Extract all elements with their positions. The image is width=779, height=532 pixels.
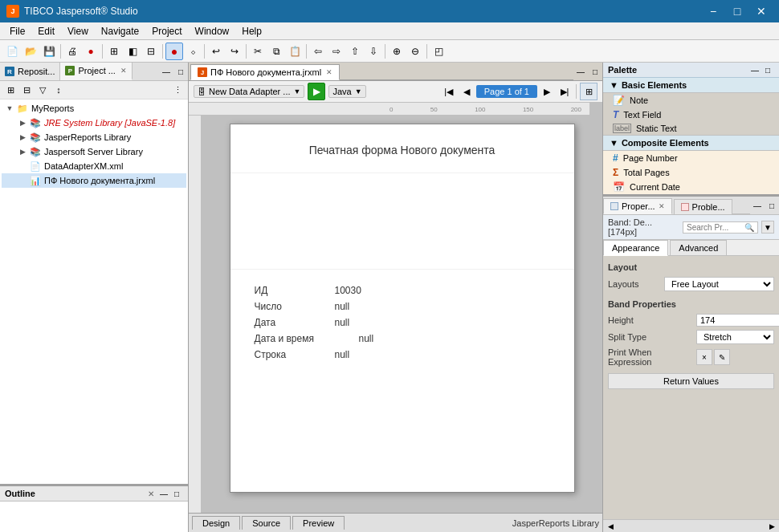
return-values-button[interactable]: Return Values — [608, 373, 774, 389]
menu-edit[interactable]: Edit — [31, 22, 61, 40]
search-input[interactable] — [687, 223, 743, 232]
basic-elements-header[interactable]: ▼ Basic Elements — [603, 78, 779, 93]
tab-preview[interactable]: Preview — [292, 516, 345, 530]
toolbar-btn6[interactable]: ● — [165, 43, 183, 60]
toolbar-btn10[interactable]: ⇧ — [346, 43, 364, 60]
menu-project[interactable]: Project — [145, 22, 188, 40]
page-next-btn[interactable]: ▶ — [539, 83, 555, 99]
panel-maximize-btn[interactable]: □ — [173, 63, 188, 80]
print-when-clear-btn[interactable]: × — [696, 349, 712, 365]
palette-current-date[interactable]: 📅 Current Date — [603, 180, 779, 194]
toolbar-btn12[interactable]: ⊕ — [388, 43, 406, 60]
palette-maximize-btn[interactable]: □ — [761, 64, 774, 75]
page-first-btn[interactable]: |◀ — [441, 83, 457, 99]
props-tab-close[interactable]: ✕ — [659, 202, 665, 210]
outline-maximize-btn[interactable]: □ — [170, 488, 183, 499]
tab-appearance[interactable]: Appearance — [603, 240, 668, 256]
props-tab-properties[interactable]: Proper... ✕ — [603, 198, 672, 214]
language-text: Java — [332, 87, 351, 96]
menu-help[interactable]: Help — [235, 22, 268, 40]
palette-text-field[interactable]: T Text Field — [603, 108, 779, 122]
tree-jre[interactable]: ▶ 📚 JRE System Library [JavaSE-1.8] — [2, 116, 186, 130]
outline-minimize-btn[interactable]: — — [157, 488, 170, 499]
tab-project[interactable]: P Project ... ✕ — [60, 63, 132, 80]
tree-jasper-server[interactable]: ▶ 📚 Jaspersoft Server Library — [2, 144, 186, 159]
tab-project-close[interactable]: ✕ — [120, 67, 127, 75]
tab-repository[interactable]: R Reposit... — [0, 63, 60, 80]
tree-data-adapter[interactable]: 📄 DataAdapterXM.xml — [2, 159, 186, 173]
band-info-row: Band: De... [174px] 🔍 ▼ — [603, 215, 779, 240]
panel-filter-btn[interactable]: ▽ — [35, 83, 50, 97]
scroll-left-btn[interactable]: ◀ — [605, 521, 616, 532]
editor-maximize-btn[interactable]: □ — [588, 63, 602, 79]
toolbar-save[interactable]: 💾 — [40, 43, 58, 60]
editor-minimize-btn[interactable]: — — [573, 63, 588, 79]
jasper-server-toggle[interactable]: ▶ — [16, 145, 29, 158]
jre-toggle[interactable]: ▶ — [16, 116, 29, 129]
toolbar-btn2[interactable]: ● — [82, 43, 100, 60]
props-tab-problems[interactable]: Proble... — [674, 199, 732, 214]
toolbar-undo[interactable]: ↩ — [207, 43, 225, 60]
toolbar-redo[interactable]: ↪ — [226, 43, 243, 60]
menu-file[interactable]: File — [3, 22, 31, 40]
palette-note[interactable]: 📝 Note — [603, 93, 779, 108]
toolbar-btn3[interactable]: ⊞ — [105, 43, 123, 60]
props-minimize-btn[interactable]: — — [750, 197, 765, 213]
toolbar-btn9[interactable]: ⇨ — [328, 43, 345, 60]
layouts-select[interactable]: Free Layout — [665, 278, 773, 290]
palette-total-pages[interactable]: Σ Total Pages — [603, 165, 779, 180]
panel-collapse-btn[interactable]: ⊞ — [3, 83, 18, 97]
toolbar-btn5[interactable]: ⊟ — [142, 43, 160, 60]
view-toggle-btn[interactable]: ⊞ — [580, 83, 598, 100]
tree-jrxml[interactable]: 📊 ПФ Нового документа.jrxml — [2, 173, 186, 188]
toolbar-paste[interactable]: 📋 — [286, 43, 304, 60]
tab-design[interactable]: Design — [192, 516, 240, 530]
toolbar-btn13[interactable]: ⊖ — [406, 43, 424, 60]
run-button[interactable]: ▶ — [308, 83, 325, 100]
panel-menu-btn[interactable]: ⋮ — [170, 83, 185, 97]
toolbar-new[interactable]: 📄 — [3, 43, 21, 60]
palette-page-number[interactable]: # Page Number — [603, 151, 779, 165]
toolbar-btn7[interactable]: ⬦ — [184, 43, 202, 60]
toolbar-btn8[interactable]: ⇦ — [309, 43, 327, 60]
app-icon: J — [6, 5, 19, 18]
height-input[interactable] — [696, 314, 779, 327]
tree-jasper-lib[interactable]: ▶ 📚 JasperReports Library — [2, 130, 186, 144]
panel-minimize-btn[interactable]: — — [159, 63, 173, 80]
language-selector[interactable]: Java ▼ — [328, 85, 365, 98]
tab-advanced[interactable]: Advanced — [670, 240, 727, 255]
search-dropdown-btn[interactable]: ▼ — [761, 221, 774, 234]
toolbar-copy[interactable]: ⧉ — [267, 43, 285, 60]
split-type-select[interactable]: Stretch — [697, 331, 773, 343]
menu-window[interactable]: Window — [189, 22, 236, 40]
editor-tab-jrxml[interactable]: J ПФ Нового документа.jrxml ✕ — [190, 64, 340, 80]
page-prev-btn[interactable]: ◀ — [459, 83, 475, 99]
print-when-edit-btn[interactable]: ✎ — [714, 349, 730, 365]
menu-navigate[interactable]: Navigate — [95, 22, 145, 40]
maximize-button[interactable]: □ — [726, 3, 748, 19]
palette-minimize-btn[interactable]: — — [748, 64, 761, 75]
scroll-area[interactable]: Печатная форма Нового документа ИД 10030 — [202, 116, 602, 513]
scroll-right-btn[interactable]: ▶ — [766, 521, 777, 532]
toolbar-print[interactable]: 🖨 — [63, 43, 81, 60]
menu-view[interactable]: View — [61, 22, 95, 40]
jasper-lib-toggle[interactable]: ▶ — [16, 131, 29, 144]
panel-sort-btn[interactable]: ↕ — [51, 83, 66, 97]
toolbar-open[interactable]: 📂 — [22, 43, 39, 60]
minimize-button[interactable]: − — [702, 3, 724, 19]
search-prop-input[interactable]: 🔍 — [683, 221, 758, 234]
root-toggle[interactable]: ▼ — [3, 102, 16, 115]
data-adapter-selector[interactable]: 🗄 New Data Adapter ... ▼ — [194, 85, 304, 98]
palette-static-text[interactable]: label Static Text — [603, 122, 779, 135]
tab-source[interactable]: Source — [242, 516, 291, 530]
tree-root[interactable]: ▼ 📁 MyReports — [2, 101, 186, 116]
panel-expand-btn[interactable]: ⊟ — [19, 83, 34, 97]
toolbar-btn4[interactable]: ◧ — [124, 43, 141, 60]
toolbar-btn11[interactable]: ⇩ — [365, 43, 382, 60]
toolbar-btn14[interactable]: ◰ — [430, 43, 447, 60]
toolbar-cut[interactable]: ✂ — [249, 43, 267, 60]
composite-elements-header[interactable]: ▼ Composite Elements — [603, 136, 779, 151]
props-maximize-btn[interactable]: □ — [765, 197, 779, 213]
close-button[interactable]: ✕ — [750, 3, 773, 19]
page-last-btn[interactable]: ▶| — [557, 83, 573, 99]
